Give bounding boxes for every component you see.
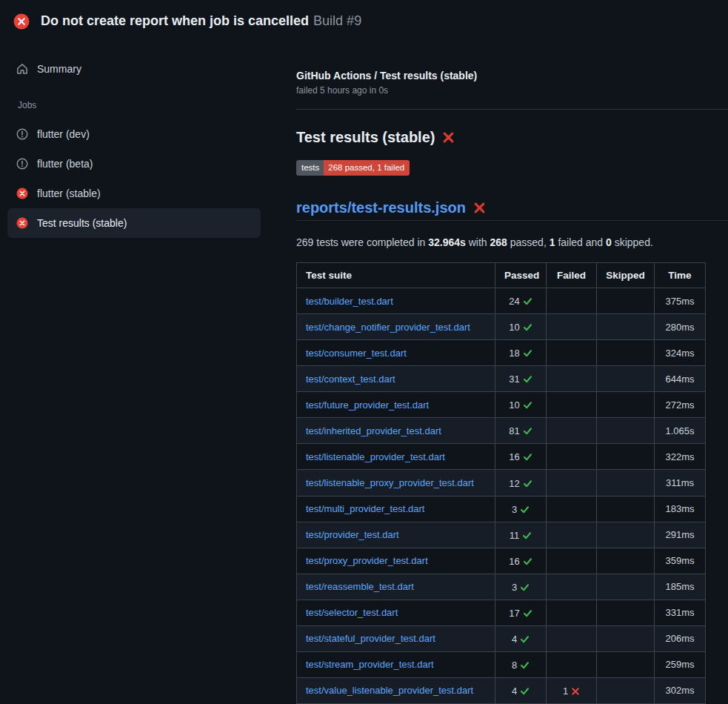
time-value: 322ms: [665, 451, 694, 462]
table-row: test/selector_test.dart 17 331ms: [297, 600, 706, 625]
passed-cell: 3: [495, 574, 547, 600]
check-icon: [520, 634, 530, 644]
job-label: Test results (stable): [37, 217, 127, 229]
check-icon: [523, 608, 532, 618]
suite-cell: test/listenable_provider_test.dart: [297, 444, 495, 470]
suite-link[interactable]: test/stream_provider_test.dart: [306, 659, 434, 670]
jobs-list: flutter (dev) flutter (beta): [7, 119, 261, 238]
passed-count: 16: [509, 450, 519, 464]
skipped-cell: [597, 470, 655, 496]
suite-link[interactable]: test/builder_test.dart: [306, 296, 393, 307]
failed-cell: [547, 574, 597, 600]
suite-link[interactable]: test/proxy_provider_test.dart: [306, 555, 428, 566]
table-row: test/context_test.dart 31 644ms: [297, 366, 706, 392]
check-icon: [523, 426, 532, 436]
time-value: 375ms: [665, 296, 694, 307]
time-value: 291ms: [665, 529, 694, 540]
suite-cell: test/provider_test.dart: [297, 522, 495, 548]
failed-count: 1: [563, 684, 568, 698]
skipped-cell: [597, 444, 655, 470]
table-row: test/consumer_test.dart 18 324ms: [297, 340, 706, 366]
cross-mark-icon: [473, 202, 486, 214]
report-link[interactable]: reports/test-results.json: [296, 198, 466, 217]
failed-cell: [547, 366, 597, 392]
suite-cell: test/consumer_test.dart: [297, 340, 495, 366]
time-cell: 302ms: [655, 677, 706, 703]
suite-link[interactable]: test/stateful_provider_test.dart: [306, 633, 435, 644]
time-cell: 1.065s: [655, 418, 706, 444]
time-value: 185ms: [665, 581, 694, 592]
table-row: test/change_notifier_provider_test.dart …: [297, 314, 706, 340]
sidebar-job-item[interactable]: Test results (stable): [7, 208, 261, 238]
failed-cell: [547, 600, 597, 625]
passed-count: 4: [512, 684, 517, 698]
sidebar-job-item[interactable]: flutter (stable): [7, 179, 261, 208]
section-title-text: Test results (stable): [296, 127, 435, 147]
suite-link[interactable]: test/multi_provider_test.dart: [306, 503, 424, 514]
build-header: Do not create report when job is cancell…: [0, 0, 728, 42]
passed-count: 11: [510, 528, 520, 542]
time-cell: 259ms: [655, 651, 706, 677]
skipped-cell: [597, 677, 655, 703]
alert-icon: [16, 158, 28, 170]
table-row: test/value_listenable_provider_test.dart…: [297, 677, 706, 703]
summary-passed: 268: [490, 236, 507, 248]
check-icon: [523, 479, 532, 488]
time-value: 183ms: [665, 503, 694, 514]
badge-label: tests: [296, 160, 324, 176]
passed-cell: 3: [495, 496, 547, 522]
suite-link[interactable]: test/listenable_proxy_provider_test.dart: [306, 477, 474, 488]
suite-link[interactable]: test/reassemble_test.dart: [306, 581, 414, 592]
passed-cell: 31: [495, 366, 547, 392]
suite-link[interactable]: test/change_notifier_provider_test.dart: [306, 322, 470, 333]
passed-cell: 10: [495, 392, 547, 418]
suite-link[interactable]: test/listenable_provider_test.dart: [306, 451, 445, 462]
failed-cell: [547, 444, 597, 470]
badge-value: 268 passed, 1 failed: [324, 160, 410, 176]
check-icon: [523, 348, 532, 358]
job-label: flutter (dev): [37, 128, 90, 140]
suite-link[interactable]: test/inherited_provider_test.dart: [306, 425, 441, 436]
time-cell: 331ms: [655, 600, 706, 625]
build-title: Do not create report when job is cancell…: [41, 13, 309, 28]
passed-cell: 24: [495, 288, 547, 314]
suite-link[interactable]: test/provider_test.dart: [306, 529, 399, 540]
suite-cell: test/future_provider_test.dart: [297, 392, 495, 418]
table-row: test/proxy_provider_test.dart 16 359ms: [297, 548, 706, 574]
summary-prefix: 269 tests were completed in: [296, 236, 428, 248]
time-value: 644ms: [665, 373, 694, 385]
failed-cell: [547, 496, 597, 522]
table-row: test/reassemble_test.dart 3 185ms: [297, 574, 706, 600]
main-content: GitHub Actions / Test results (stable) f…: [273, 42, 728, 704]
check-icon: [523, 296, 532, 306]
time-cell: 206ms: [655, 625, 706, 651]
time-cell: 322ms: [655, 444, 706, 470]
passed-count: 81: [509, 424, 519, 438]
table-row: test/multi_provider_test.dart 3 183ms: [297, 496, 706, 522]
cross-mark-icon: [442, 131, 455, 144]
passed-count: 12: [509, 476, 519, 491]
suite-cell: test/multi_provider_test.dart: [297, 496, 495, 522]
suite-link[interactable]: test/selector_test.dart: [306, 607, 398, 618]
suite-cell: test/proxy_provider_test.dart: [297, 548, 495, 574]
time-value: 331ms: [665, 607, 694, 618]
suite-cell: test/value_listenable_provider_test.dart: [297, 677, 495, 703]
suite-link[interactable]: test/value_listenable_provider_test.dart: [306, 685, 473, 696]
sidebar-job-item[interactable]: flutter (dev): [7, 119, 261, 149]
time-cell: 185ms: [655, 574, 706, 600]
skipped-cell: [597, 340, 655, 366]
passed-cell: 4: [495, 677, 547, 703]
table-row: test/future_provider_test.dart 10 272ms: [297, 392, 706, 418]
suite-cell: test/inherited_provider_test.dart: [297, 418, 495, 444]
section-title: Test results (stable): [296, 127, 728, 147]
time-cell: 324ms: [655, 340, 706, 366]
table-row: test/listenable_provider_test.dart 16 32…: [297, 444, 706, 470]
passed-count: 8: [512, 658, 517, 672]
suite-cell: test/context_test.dart: [297, 366, 495, 392]
suite-cell: test/change_notifier_provider_test.dart: [297, 314, 495, 340]
suite-link[interactable]: test/consumer_test.dart: [306, 348, 407, 359]
sidebar-job-item[interactable]: flutter (beta): [7, 149, 261, 179]
suite-link[interactable]: test/context_test.dart: [306, 373, 395, 385]
sidebar-item-summary[interactable]: Summary: [7, 54, 261, 84]
suite-link[interactable]: test/future_provider_test.dart: [306, 399, 429, 411]
